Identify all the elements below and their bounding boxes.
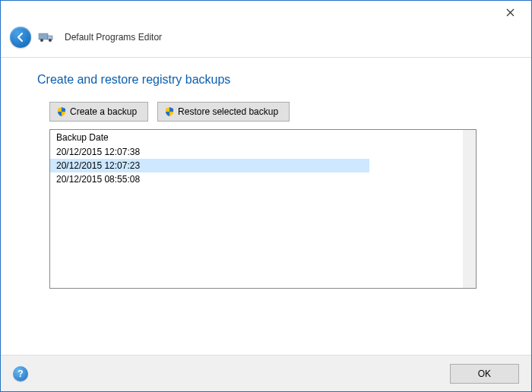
ok-button[interactable]: OK bbox=[450, 364, 519, 384]
close-icon[interactable] bbox=[495, 2, 525, 23]
svg-point-3 bbox=[49, 39, 52, 42]
page-heading: Create and restore registry backups bbox=[37, 73, 495, 87]
help-icon[interactable]: ? bbox=[13, 366, 28, 381]
create-backup-button[interactable]: Create a backup bbox=[49, 102, 148, 122]
content-area: Create and restore registry backups Crea… bbox=[1, 58, 531, 346]
svg-rect-0 bbox=[39, 33, 48, 40]
back-button[interactable] bbox=[10, 27, 31, 48]
button-row: Create a backup Restore selected backup bbox=[37, 102, 495, 122]
shield-icon bbox=[56, 106, 67, 117]
restore-backup-button[interactable]: Restore selected backup bbox=[157, 102, 290, 122]
app-title: Default Programs Editor bbox=[65, 32, 162, 43]
shield-icon bbox=[164, 106, 175, 117]
list-item[interactable]: 20/12/2015 08:55:08 bbox=[50, 172, 369, 186]
titlebar bbox=[1, 1, 531, 24]
list-item[interactable]: 20/12/2015 12:07:38 bbox=[50, 145, 369, 159]
list-header: Backup Date bbox=[50, 130, 463, 145]
footer: ? OK bbox=[1, 355, 531, 391]
header-bar: Default Programs Editor bbox=[1, 24, 531, 58]
scrollbar[interactable] bbox=[463, 130, 476, 288]
restore-backup-label: Restore selected backup bbox=[178, 106, 278, 117]
create-backup-label: Create a backup bbox=[70, 106, 137, 117]
app-icon bbox=[37, 28, 55, 46]
list-item[interactable]: 20/12/2015 12:07:23 bbox=[50, 159, 369, 172]
svg-point-2 bbox=[40, 39, 43, 42]
backup-listbox[interactable]: Backup Date 20/12/2015 12:07:38 20/12/20… bbox=[49, 129, 477, 289]
